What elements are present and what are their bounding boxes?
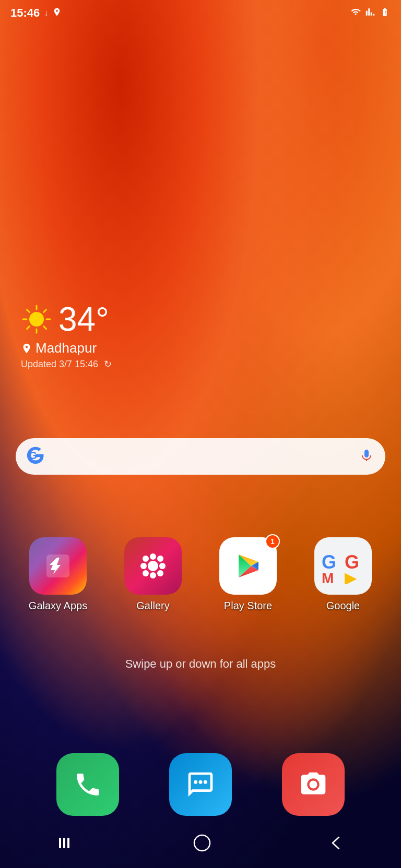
svg-text:G: G (29, 450, 37, 461)
app-grid: Galaxy Apps Gallery (0, 537, 401, 612)
status-right (350, 7, 391, 19)
svg-point-12 (148, 561, 158, 571)
app-gallery[interactable]: Gallery (114, 537, 192, 612)
svg-point-13 (150, 553, 156, 560)
app-play-store[interactable]: 1 Play Store (209, 537, 287, 612)
galaxy-apps-icon (29, 537, 87, 595)
svg-line-5 (27, 310, 30, 312)
google-icon: G G M ▶ (314, 537, 372, 595)
status-left: 15:46 ↓ (10, 6, 62, 20)
nav-back-button[interactable] (314, 830, 358, 860)
svg-point-29 (194, 780, 197, 784)
gallery-icon (124, 537, 182, 595)
download-icon: ↓ (44, 8, 48, 18)
galaxy-apps-label: Galaxy Apps (29, 600, 87, 612)
svg-point-31 (204, 780, 207, 784)
weather-location: Madhapur (21, 340, 112, 356)
status-time: 15:46 (10, 6, 40, 20)
nav-bar (0, 821, 401, 868)
svg-point-18 (157, 570, 163, 576)
location-status-icon (52, 7, 62, 19)
svg-line-8 (27, 327, 30, 329)
svg-point-14 (150, 572, 156, 578)
swipe-hint: Swipe up or down for all apps (0, 657, 401, 671)
app-google[interactable]: G G M ▶ Google (304, 537, 382, 612)
svg-point-15 (140, 563, 147, 569)
svg-rect-34 (67, 838, 69, 848)
nav-home-button[interactable] (178, 829, 227, 861)
play-store-badge: 1 (265, 534, 280, 549)
google-label: Google (326, 600, 360, 612)
mic-icon[interactable] (358, 447, 375, 466)
dock-camera[interactable] (282, 753, 345, 816)
svg-point-19 (157, 556, 163, 562)
location-icon (21, 343, 32, 354)
wifi-icon (350, 7, 361, 19)
app-galaxy-apps[interactable]: Galaxy Apps (19, 537, 97, 612)
svg-line-6 (44, 327, 46, 329)
svg-rect-32 (59, 838, 61, 848)
weather-temp-row: 34° (21, 303, 112, 336)
sun-icon (21, 304, 52, 335)
svg-point-0 (29, 312, 44, 327)
svg-rect-35 (194, 835, 210, 851)
svg-point-16 (159, 563, 166, 569)
dock-phone[interactable] (56, 753, 119, 816)
refresh-icon: ↻ (104, 359, 112, 369)
svg-point-30 (199, 780, 203, 784)
svg-text:G: G (345, 551, 359, 573)
google-icon-wrapper: G G M ▶ (314, 537, 372, 595)
battery-icon (379, 7, 391, 19)
svg-rect-33 (63, 838, 65, 848)
search-input[interactable] (51, 438, 352, 475)
svg-text:G: G (322, 551, 336, 573)
svg-point-20 (143, 570, 149, 576)
weather-temperature: 34° (58, 303, 109, 336)
gallery-label: Gallery (136, 600, 169, 612)
dock-messages[interactable] (169, 753, 232, 816)
galaxy-apps-icon-wrapper (29, 537, 87, 595)
play-store-label: Play Store (224, 600, 272, 612)
svg-text:M: M (322, 570, 334, 584)
nav-recents-button[interactable] (43, 831, 90, 858)
play-store-icon-wrapper: 1 (219, 537, 277, 595)
wallpaper (0, 0, 401, 868)
gallery-icon-wrapper (124, 537, 182, 595)
svg-text:▶: ▶ (345, 570, 357, 584)
svg-line-7 (44, 310, 46, 312)
signal-icon (365, 7, 375, 19)
search-bar[interactable]: G (16, 438, 385, 475)
status-bar: 15:46 ↓ (0, 0, 401, 26)
weather-updated: Updated 3/7 15:46 ↻ (21, 358, 112, 370)
weather-widget[interactable]: 34° Madhapur Updated 3/7 15:46 ↻ (21, 303, 112, 370)
dock (0, 753, 401, 816)
svg-point-17 (143, 556, 149, 562)
google-g-logo: G (26, 446, 45, 467)
